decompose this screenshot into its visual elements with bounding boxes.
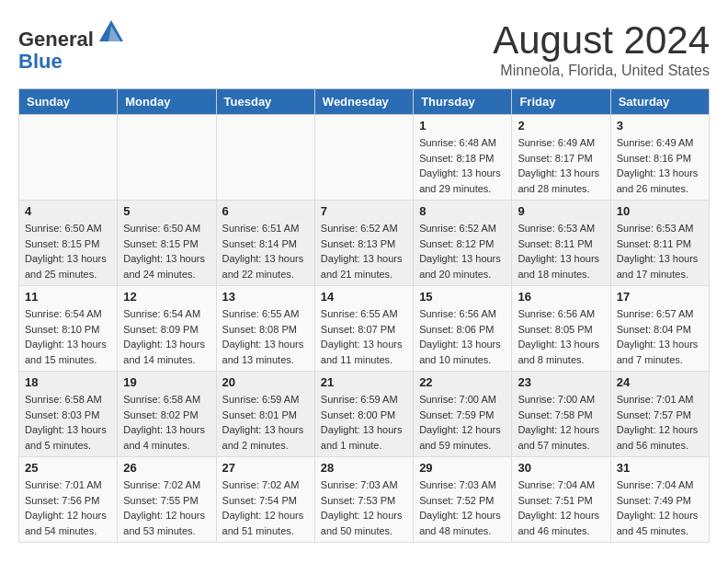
cell-content: Sunrise: 6:56 AMSunset: 8:05 PMDaylight:…: [518, 306, 604, 367]
day-number: 15: [419, 290, 506, 304]
day-number: 23: [518, 375, 604, 389]
cell-content: Sunrise: 6:48 AMSunset: 8:18 PMDaylight:…: [419, 135, 506, 196]
calendar-cell: 23Sunrise: 7:00 AMSunset: 7:58 PMDayligh…: [512, 372, 610, 457]
day-number: 2: [518, 119, 604, 132]
month-title: August 2024: [493, 18, 710, 63]
week-row-4: 18Sunrise: 6:58 AMSunset: 8:03 PMDayligh…: [19, 372, 710, 457]
day-number: 13: [222, 290, 309, 304]
day-number: 31: [617, 461, 703, 475]
cell-content: Sunrise: 6:58 AMSunset: 8:02 PMDaylight:…: [123, 392, 210, 453]
calendar-cell: [118, 115, 216, 201]
cell-content: Sunrise: 6:58 AMSunset: 8:03 PMDaylight:…: [25, 392, 111, 453]
logo-general: General: [18, 28, 94, 51]
calendar-cell: 24Sunrise: 7:01 AMSunset: 7:57 PMDayligh…: [610, 372, 709, 457]
cell-content: Sunrise: 6:49 AMSunset: 8:16 PMDaylight:…: [617, 135, 703, 196]
calendar-cell: 2Sunrise: 6:49 AMSunset: 8:17 PMDaylight…: [512, 115, 610, 201]
calendar-cell: 21Sunrise: 6:59 AMSunset: 8:00 PMDayligh…: [314, 372, 413, 457]
day-number: 18: [25, 375, 111, 389]
cell-content: Sunrise: 6:55 AMSunset: 8:08 PMDaylight:…: [222, 306, 309, 367]
day-number: 17: [617, 290, 703, 304]
cell-content: Sunrise: 7:01 AMSunset: 7:56 PMDaylight:…: [25, 477, 111, 538]
week-row-3: 11Sunrise: 6:54 AMSunset: 8:10 PMDayligh…: [19, 286, 710, 372]
calendar-cell: 7Sunrise: 6:52 AMSunset: 8:13 PMDaylight…: [314, 201, 413, 286]
day-number: 19: [123, 375, 210, 389]
calendar-cell: 22Sunrise: 7:00 AMSunset: 7:59 PMDayligh…: [414, 372, 512, 457]
day-number: 24: [617, 375, 703, 389]
day-number: 7: [321, 204, 407, 218]
logo-blue-word: Blue: [18, 50, 63, 73]
day-number: 6: [222, 204, 309, 218]
day-number: 12: [123, 290, 210, 304]
calendar-cell: [216, 115, 314, 201]
cell-content: Sunrise: 7:04 AMSunset: 7:51 PMDaylight:…: [518, 477, 604, 538]
cell-content: Sunrise: 6:59 AMSunset: 8:01 PMDaylight:…: [222, 392, 309, 453]
calendar-cell: 11Sunrise: 6:54 AMSunset: 8:10 PMDayligh…: [19, 286, 118, 372]
logo: General Blue: [18, 18, 125, 73]
calendar-cell: 19Sunrise: 6:58 AMSunset: 8:02 PMDayligh…: [118, 372, 216, 457]
calendar-cell: 31Sunrise: 7:04 AMSunset: 7:49 PMDayligh…: [610, 457, 709, 543]
weekday-header-thursday: Thursday: [414, 89, 512, 115]
weekday-header-sunday: Sunday: [19, 89, 118, 115]
day-number: 5: [123, 204, 210, 218]
calendar-cell: 8Sunrise: 6:52 AMSunset: 8:12 PMDaylight…: [414, 201, 512, 286]
weekday-header-row: SundayMondayTuesdayWednesdayThursdayFrid…: [19, 89, 710, 115]
cell-content: Sunrise: 6:52 AMSunset: 8:12 PMDaylight:…: [419, 221, 506, 282]
cell-content: Sunrise: 7:02 AMSunset: 7:54 PMDaylight:…: [222, 477, 309, 538]
day-number: 30: [518, 461, 604, 475]
cell-content: Sunrise: 7:04 AMSunset: 7:49 PMDaylight:…: [617, 477, 703, 538]
cell-content: Sunrise: 7:00 AMSunset: 7:58 PMDaylight:…: [518, 392, 604, 453]
cell-content: Sunrise: 6:51 AMSunset: 8:14 PMDaylight:…: [222, 221, 309, 282]
day-number: 10: [617, 204, 703, 218]
cell-content: Sunrise: 7:01 AMSunset: 7:57 PMDaylight:…: [617, 392, 703, 453]
calendar-cell: 14Sunrise: 6:55 AMSunset: 8:07 PMDayligh…: [314, 286, 413, 372]
day-number: 14: [321, 290, 407, 304]
day-number: 26: [123, 461, 210, 475]
cell-content: Sunrise: 6:53 AMSunset: 8:11 PMDaylight:…: [617, 221, 703, 282]
cell-content: Sunrise: 6:54 AMSunset: 8:09 PMDaylight:…: [123, 306, 210, 367]
cell-content: Sunrise: 7:03 AMSunset: 7:53 PMDaylight:…: [321, 477, 407, 538]
weekday-header-monday: Monday: [118, 89, 216, 115]
calendar-cell: 25Sunrise: 7:01 AMSunset: 7:56 PMDayligh…: [19, 457, 118, 543]
week-row-5: 25Sunrise: 7:01 AMSunset: 7:56 PMDayligh…: [19, 457, 710, 543]
day-number: 8: [419, 204, 506, 218]
calendar-cell: 29Sunrise: 7:03 AMSunset: 7:52 PMDayligh…: [414, 457, 512, 543]
calendar-table: SundayMondayTuesdayWednesdayThursdayFrid…: [18, 88, 710, 543]
calendar-cell: 9Sunrise: 6:53 AMSunset: 8:11 PMDaylight…: [512, 201, 610, 286]
calendar-cell: 17Sunrise: 6:57 AMSunset: 8:04 PMDayligh…: [610, 286, 709, 372]
day-number: 29: [419, 461, 506, 475]
cell-content: Sunrise: 6:52 AMSunset: 8:13 PMDaylight:…: [321, 221, 407, 282]
day-number: 3: [617, 119, 703, 132]
logo-text: General: [18, 18, 125, 51]
week-row-2: 4Sunrise: 6:50 AMSunset: 8:15 PMDaylight…: [19, 201, 710, 286]
calendar-cell: 28Sunrise: 7:03 AMSunset: 7:53 PMDayligh…: [314, 457, 413, 543]
calendar-cell: [19, 115, 118, 201]
cell-content: Sunrise: 6:54 AMSunset: 8:10 PMDaylight:…: [25, 306, 111, 367]
calendar-cell: 12Sunrise: 6:54 AMSunset: 8:09 PMDayligh…: [118, 286, 216, 372]
calendar-cell: 13Sunrise: 6:55 AMSunset: 8:08 PMDayligh…: [216, 286, 314, 372]
day-number: 4: [25, 204, 111, 218]
logo-icon: [97, 18, 125, 46]
calendar-cell: 27Sunrise: 7:02 AMSunset: 7:54 PMDayligh…: [216, 457, 314, 543]
cell-content: Sunrise: 7:00 AMSunset: 7:59 PMDaylight:…: [419, 392, 506, 453]
day-number: 20: [222, 375, 309, 389]
calendar-cell: 4Sunrise: 6:50 AMSunset: 8:15 PMDaylight…: [19, 201, 118, 286]
day-number: 28: [321, 461, 407, 475]
calendar-cell: 1Sunrise: 6:48 AMSunset: 8:18 PMDaylight…: [414, 115, 512, 201]
title-block: August 2024 Minneola, Florida, United St…: [493, 18, 710, 79]
calendar-cell: 10Sunrise: 6:53 AMSunset: 8:11 PMDayligh…: [610, 201, 709, 286]
day-number: 9: [518, 204, 604, 218]
calendar-cell: [314, 115, 413, 201]
cell-content: Sunrise: 6:50 AMSunset: 8:15 PMDaylight:…: [123, 221, 210, 282]
calendar-cell: 20Sunrise: 6:59 AMSunset: 8:01 PMDayligh…: [216, 372, 314, 457]
day-number: 22: [419, 375, 506, 389]
cell-content: Sunrise: 6:55 AMSunset: 8:07 PMDaylight:…: [321, 306, 407, 367]
weekday-header-friday: Friday: [512, 89, 610, 115]
calendar-cell: 5Sunrise: 6:50 AMSunset: 8:15 PMDaylight…: [118, 201, 216, 286]
page-header: General Blue August 2024 Minneola, Flori…: [18, 18, 710, 79]
day-number: 27: [222, 461, 309, 475]
day-number: 25: [25, 461, 111, 475]
calendar-cell: 18Sunrise: 6:58 AMSunset: 8:03 PMDayligh…: [19, 372, 118, 457]
cell-content: Sunrise: 6:59 AMSunset: 8:00 PMDaylight:…: [321, 392, 407, 453]
weekday-header-tuesday: Tuesday: [216, 89, 314, 115]
cell-content: Sunrise: 6:57 AMSunset: 8:04 PMDaylight:…: [617, 306, 703, 367]
